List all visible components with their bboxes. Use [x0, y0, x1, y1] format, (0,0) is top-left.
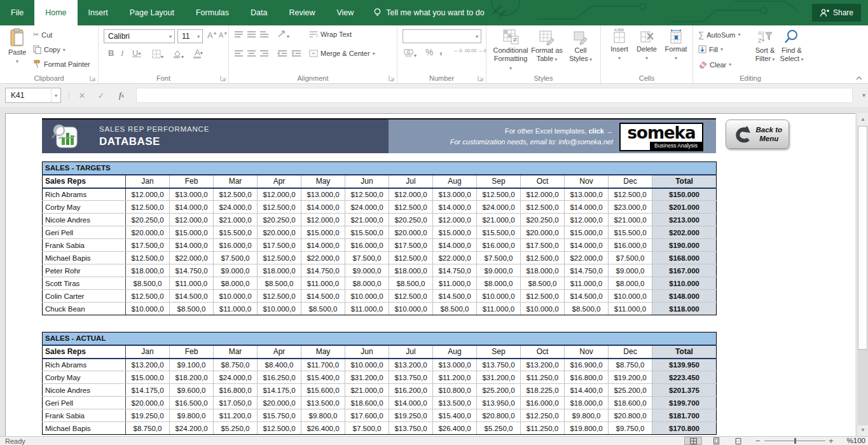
month-value-cell[interactable]: $20.800,0: [477, 409, 521, 422]
column-header-month[interactable]: Nov: [565, 175, 609, 188]
conditional-formatting-button[interactable]: ConditionalFormatting ▾: [493, 29, 528, 72]
borders-button[interactable]: ▾: [152, 50, 163, 60]
vertical-scrollbar[interactable]: ▲ ▼: [857, 113, 868, 436]
month-value-cell[interactable]: $12.500,0: [389, 252, 433, 264]
column-header-month[interactable]: Sep: [477, 345, 521, 359]
sales-rep-name-cell[interactable]: Michael Bapis: [43, 422, 126, 435]
column-header-sales-reps[interactable]: Sales Reps: [43, 345, 126, 359]
month-value-cell[interactable]: $11.000,0: [170, 277, 214, 290]
month-value-cell[interactable]: $19.200,0: [609, 371, 652, 384]
sales-rep-name-cell[interactable]: Nicole Andres: [43, 384, 126, 397]
month-value-cell[interactable]: $9.000,0: [345, 264, 389, 277]
cut-button[interactable]: ✂ Cut: [33, 31, 52, 39]
sales-rep-name-cell[interactable]: Geri Pell: [43, 397, 126, 409]
cell-styles-button[interactable]: CellStyles ▾: [565, 29, 596, 64]
month-value-cell[interactable]: $21.000,0: [214, 214, 258, 226]
month-value-cell[interactable]: $8.750,0: [214, 359, 258, 371]
month-value-cell[interactable]: $20.000,0: [389, 226, 433, 239]
month-value-cell[interactable]: $17.500,0: [389, 239, 433, 252]
percent-style-button[interactable]: %: [425, 47, 433, 57]
sort-filter-button[interactable]: AZ Sort &Filter ▾: [752, 29, 778, 64]
column-header-month[interactable]: Feb: [170, 175, 214, 188]
month-value-cell[interactable]: $13.200,0: [126, 359, 170, 371]
sales-rep-name-cell[interactable]: Rich Abrams: [43, 188, 126, 201]
paste-dropdown-icon[interactable]: ▾: [16, 58, 18, 64]
month-value-cell[interactable]: $11.250,0: [521, 371, 565, 384]
month-value-cell[interactable]: $10.000,0: [521, 303, 565, 315]
align-top-icon[interactable]: [234, 31, 244, 39]
month-value-cell[interactable]: $10.000,0: [258, 303, 301, 315]
wrap-text-button[interactable]: Wrap Text: [309, 31, 352, 38]
month-value-cell[interactable]: $8.000,0: [214, 277, 258, 290]
month-value-cell[interactable]: $11.000,0: [433, 277, 477, 290]
scroll-up-icon[interactable]: ▲: [858, 114, 868, 125]
month-value-cell[interactable]: $9.600,0: [170, 384, 214, 397]
month-value-cell[interactable]: $11.000,0: [301, 277, 345, 290]
name-box-dropdown-icon[interactable]: ▾: [51, 88, 60, 102]
month-value-cell[interactable]: $25.200,0: [477, 384, 521, 397]
month-value-cell[interactable]: $24.000,0: [477, 201, 521, 214]
zoom-level[interactable]: %100: [847, 437, 865, 444]
month-value-cell[interactable]: $20.000,0: [126, 226, 170, 239]
month-value-cell[interactable]: $14.175,0: [126, 384, 170, 397]
month-value-cell[interactable]: $9.750,0: [609, 422, 652, 435]
total-value-cell[interactable]: $150.000: [652, 188, 717, 201]
month-value-cell[interactable]: $21.000,0: [609, 214, 652, 226]
month-value-cell[interactable]: $9.000,0: [609, 264, 652, 277]
month-value-cell[interactable]: $15.500,0: [477, 226, 521, 239]
font-dialog-launcher-icon[interactable]: [220, 75, 226, 81]
month-value-cell[interactable]: $14.750,0: [170, 264, 214, 277]
column-header-month[interactable]: Sep: [477, 175, 521, 188]
column-header-total[interactable]: Total: [652, 345, 717, 359]
month-value-cell[interactable]: $5.250,0: [477, 422, 521, 435]
column-header-sales-reps[interactable]: Sales Reps: [43, 175, 126, 188]
sales-rep-name-cell[interactable]: Corby May: [43, 371, 126, 384]
month-value-cell[interactable]: $21.000,0: [477, 214, 521, 226]
sales-rep-name-cell[interactable]: Nicole Andres: [43, 214, 126, 226]
month-value-cell[interactable]: $7.500,0: [214, 252, 258, 264]
total-value-cell[interactable]: $170.800: [652, 422, 717, 435]
month-value-cell[interactable]: $20.000,0: [258, 226, 301, 239]
sales-rep-name-cell[interactable]: Geri Pell: [43, 226, 126, 239]
font-name-combo[interactable]: Calibri▾: [104, 29, 175, 43]
number-format-combo[interactable]: ▾: [403, 29, 481, 43]
month-value-cell[interactable]: $25.200,0: [609, 384, 652, 397]
underline-button[interactable]: U▾: [130, 48, 142, 58]
month-value-cell[interactable]: $15.600,0: [301, 384, 345, 397]
month-value-cell[interactable]: $8.500,0: [433, 303, 477, 315]
month-value-cell[interactable]: $14.000,0: [433, 239, 477, 252]
month-value-cell[interactable]: $7.500,0: [609, 252, 652, 264]
month-value-cell[interactable]: $16.200,0: [389, 384, 433, 397]
tab-data[interactable]: Data: [240, 0, 278, 25]
sales-rep-name-cell[interactable]: Frank Sabia: [43, 239, 126, 252]
month-value-cell[interactable]: $14.000,0: [301, 239, 345, 252]
promo-click-link[interactable]: click →: [588, 127, 613, 135]
column-header-month[interactable]: Aug: [433, 345, 477, 359]
sheet[interactable]: SALES REP PERFORMANCE DATABASE For other…: [5, 113, 855, 436]
autosum-button[interactable]: ∑ AutoSum▾: [698, 30, 741, 39]
month-value-cell[interactable]: $14.000,0: [565, 201, 609, 214]
month-value-cell[interactable]: $9.100,0: [170, 359, 214, 371]
month-value-cell[interactable]: $24.000,0: [214, 201, 258, 214]
month-value-cell[interactable]: $16.000,0: [345, 239, 389, 252]
month-value-cell[interactable]: $12.250,0: [521, 409, 565, 422]
month-value-cell[interactable]: $22.000,0: [433, 252, 477, 264]
month-value-cell[interactable]: $10.800,0: [433, 384, 477, 397]
month-value-cell[interactable]: $12.500,0: [126, 252, 170, 264]
month-value-cell[interactable]: $14.500,0: [433, 290, 477, 303]
column-header-month[interactable]: Feb: [170, 345, 214, 359]
column-header-month[interactable]: Mar: [214, 175, 258, 188]
month-value-cell[interactable]: $12.500,0: [258, 201, 301, 214]
month-value-cell[interactable]: $12.000,0: [565, 214, 609, 226]
month-value-cell[interactable]: $9.800,0: [301, 409, 345, 422]
month-value-cell[interactable]: $16.000,0: [521, 397, 565, 409]
month-value-cell[interactable]: $12.000,0: [301, 214, 345, 226]
scroll-down-icon[interactable]: ▼: [858, 425, 868, 435]
month-value-cell[interactable]: $18.200,0: [170, 371, 214, 384]
total-value-cell[interactable]: $110.000: [652, 277, 717, 290]
column-header-month[interactable]: Apr: [258, 345, 301, 359]
italic-button[interactable]: I: [119, 48, 125, 58]
sales-rep-name-cell[interactable]: Colin Carter: [43, 290, 126, 303]
month-value-cell[interactable]: $23.000,0: [609, 201, 652, 214]
month-value-cell[interactable]: $21.000,0: [345, 384, 389, 397]
